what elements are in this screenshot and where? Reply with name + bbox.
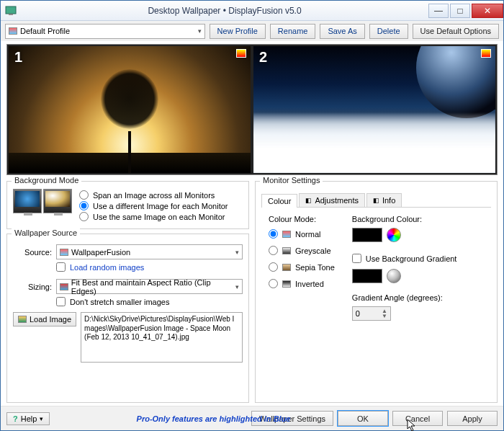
- wallpaper-source-group: Wallpaper Source Source: WallpaperFusion…: [6, 234, 249, 403]
- sizing-label: Sizing:: [13, 283, 52, 291]
- chevron-down-icon: ▾: [40, 415, 43, 422]
- load-image-button[interactable]: Load Image: [13, 312, 76, 326]
- tab-colour-content: Colour Mode: Normal Greyscale Sepia Tone…: [261, 207, 491, 396]
- monitor-settings-legend: Monitor Settings: [260, 176, 323, 185]
- sizing-selected-label: Fit Best and maintain Aspect Ratio (Clip…: [71, 278, 233, 296]
- monitor-1-number: 1: [14, 49, 22, 66]
- save-as-button[interactable]: Save As: [320, 24, 364, 39]
- pro-features-note: Pro-Only features are highlighted in Blu…: [137, 414, 291, 423]
- colourmode-grey-radio[interactable]: [269, 246, 278, 255]
- delete-button[interactable]: Delete: [369, 24, 408, 39]
- gradient-swatch[interactable]: [352, 269, 382, 283]
- titlebar[interactable]: Desktop Wallpaper • DisplayFusion v5.0 —…: [1, 1, 503, 21]
- profile-toolbar: Default Profile ▾ New Profile Rename Sav…: [1, 21, 503, 41]
- gradient-picker-button[interactable]: [387, 269, 401, 283]
- help-label: Help: [21, 414, 37, 423]
- colourmode-inverted-label: Inverted: [295, 280, 324, 288]
- monitor-2-flag-icon: [481, 49, 491, 58]
- bgcolour-swatch[interactable]: [352, 228, 382, 242]
- dialog-footer: ? Help ▾ Pro-Only features are highlight…: [1, 406, 503, 430]
- sizing-select[interactable]: Fit Best and maintain Aspect Ratio (Clip…: [56, 279, 243, 294]
- use-gradient-checkbox[interactable]: [352, 254, 361, 263]
- apply-button[interactable]: Apply: [447, 411, 498, 426]
- new-profile-button[interactable]: New Profile: [210, 24, 266, 39]
- gradient-angle-value: 0: [356, 309, 360, 318]
- monitor-1[interactable]: 1: [9, 46, 251, 173]
- bgmode-diff-label: Use a different Image for each Monitor: [93, 202, 228, 210]
- window-title: Desktop Wallpaper • DisplayFusion v5.0: [21, 6, 428, 16]
- use-gradient-label: Use Background Gradient: [366, 254, 457, 263]
- bgmode-same-label: Use the same Image on each Monitor: [93, 213, 225, 221]
- bgcolour-heading: Background Colour:: [352, 215, 457, 223]
- tab-adjustments[interactable]: ◧Adjustments: [299, 193, 365, 207]
- gradient-angle-heading: Gradient Angle (degrees):: [352, 293, 457, 302]
- sepia-swatch-icon: [282, 264, 291, 271]
- profile-select[interactable]: Default Profile ▾: [5, 24, 205, 39]
- profile-selected-label: Default Profile: [20, 27, 70, 35]
- chevron-down-icon: ▾: [233, 249, 239, 256]
- app-icon: [5, 5, 17, 17]
- help-button[interactable]: ? Help ▾: [6, 412, 50, 425]
- bgmode-span-label: Span an Image across all Monitors: [93, 191, 215, 200]
- monitor-2[interactable]: 2: [253, 46, 495, 173]
- svg-rect-0: [6, 6, 16, 14]
- image-path-textarea[interactable]: D:\Nick\SkyDrive\Pictures\DisplayFusion\…: [81, 312, 243, 363]
- close-button[interactable]: ✕: [472, 4, 503, 18]
- source-icon: [60, 249, 68, 256]
- colourmode-grey-label: Greyscale: [295, 246, 331, 255]
- monitor-settings-tabbar: Colour ◧Adjustments ◧Info: [261, 193, 491, 207]
- tab-info[interactable]: ◧Info: [366, 193, 402, 207]
- normal-swatch-icon: [282, 231, 291, 238]
- no-stretch-label: Don't stretch smaller images: [70, 298, 169, 306]
- source-label: Source:: [13, 248, 52, 257]
- wallpaper-source-legend: Wallpaper Source: [12, 228, 80, 237]
- chevron-down-icon: ▾: [233, 283, 239, 290]
- colour-mode-heading: Colour Mode:: [269, 215, 335, 223]
- profile-icon: [9, 27, 17, 35]
- load-random-label: Load random images: [70, 263, 144, 272]
- monitor-2-number: 2: [259, 49, 267, 66]
- maximize-button[interactable]: □: [450, 4, 470, 18]
- rename-button[interactable]: Rename: [270, 24, 316, 39]
- sizing-icon: [60, 283, 68, 290]
- bgmode-preview-icons: [13, 189, 73, 215]
- colourmode-normal-label: Normal: [295, 230, 320, 239]
- ok-button[interactable]: OK: [338, 411, 388, 426]
- background-mode-group: Background Mode Span an Image across all…: [6, 181, 249, 229]
- bgmode-same-radio[interactable]: [79, 212, 89, 221]
- gradient-angle-spinner[interactable]: 0 ▲▼: [352, 306, 391, 321]
- colourmode-inverted-radio[interactable]: [269, 279, 278, 288]
- bgmode-diff-radio[interactable]: [79, 201, 89, 210]
- colourmode-sepia-label: Sepia Tone: [295, 263, 335, 272]
- no-stretch-checkbox[interactable]: [56, 297, 66, 306]
- tab-colour[interactable]: Colour: [261, 194, 297, 208]
- svg-rect-1: [9, 14, 13, 15]
- source-select[interactable]: WallpaperFusion ▾: [56, 244, 243, 259]
- monitor-preview-area: 1 2: [6, 44, 498, 175]
- colourmode-normal-radio[interactable]: [269, 229, 278, 239]
- colourmode-sepia-radio[interactable]: [269, 262, 278, 272]
- help-icon: ?: [13, 414, 18, 423]
- minimize-button[interactable]: —: [428, 4, 449, 18]
- background-mode-legend: Background Mode: [12, 176, 81, 185]
- app-window: Desktop Wallpaper • DisplayFusion v5.0 —…: [0, 0, 504, 431]
- cancel-button[interactable]: Cancel: [392, 411, 443, 426]
- bgcolour-picker-button[interactable]: [387, 228, 401, 242]
- chevron-down-icon: ▾: [195, 27, 202, 35]
- source-selected-label: WallpaperFusion: [71, 248, 130, 257]
- spinner-arrows-icon: ▲▼: [382, 308, 387, 319]
- inverted-swatch-icon: [282, 280, 291, 288]
- monitor-1-flag-icon: [236, 49, 246, 58]
- grey-swatch-icon: [282, 247, 291, 254]
- bgmode-span-radio[interactable]: [79, 190, 89, 200]
- image-icon: [18, 316, 27, 323]
- use-default-button[interactable]: Use Default Options: [413, 24, 499, 39]
- load-image-label: Load Image: [30, 315, 71, 324]
- load-random-checkbox[interactable]: [56, 262, 66, 272]
- monitor-settings-group: Monitor Settings Colour ◧Adjustments ◧In…: [255, 181, 498, 403]
